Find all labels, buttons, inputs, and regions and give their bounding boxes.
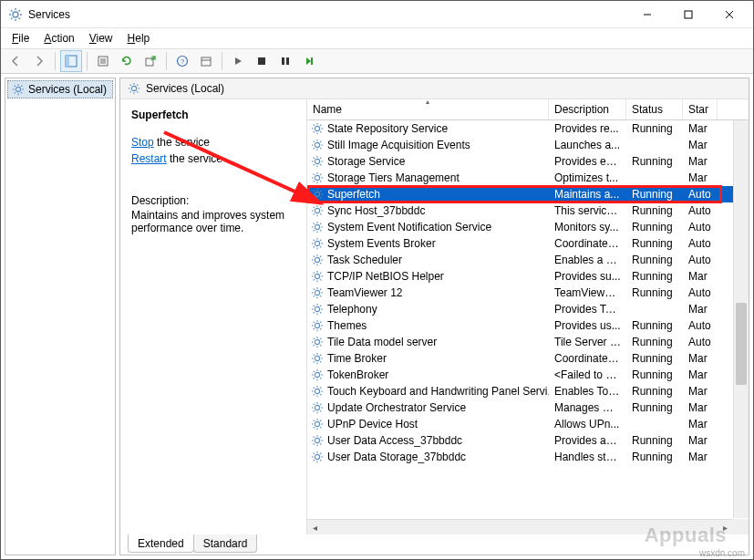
start-service-button[interactable] <box>227 50 249 72</box>
service-row[interactable]: TeamViewer 12TeamViewer...RunningAuto <box>307 285 749 301</box>
nav-back-button[interactable] <box>5 50 26 72</box>
service-name: Touch Keyboard and Handwriting Panel Ser… <box>327 385 549 398</box>
help-button[interactable]: ? <box>171 50 193 72</box>
column-status[interactable]: Status <box>626 99 683 119</box>
gear-icon <box>311 171 324 184</box>
menu-action[interactable]: Action <box>36 30 81 47</box>
svg-line-61 <box>314 141 315 142</box>
scrollbar-corner <box>733 519 749 534</box>
service-row[interactable]: System Events BrokerCoordinates...Runnin… <box>307 235 749 252</box>
pause-service-button[interactable] <box>274 50 296 72</box>
service-row[interactable]: System Event Notification ServiceMonitor… <box>307 219 749 235</box>
gear-icon <box>311 418 324 430</box>
service-name: Telephony <box>327 303 377 316</box>
service-name-cell: Still Image Acquisition Events <box>307 139 549 151</box>
service-row[interactable]: TCP/IP NetBIOS HelperProvides su...Runni… <box>307 268 749 285</box>
column-description[interactable]: Description <box>549 99 626 119</box>
service-name: Sync Host_37bbddc <box>327 204 425 217</box>
svg-line-127 <box>320 256 321 257</box>
menu-view[interactable]: View <box>82 30 120 47</box>
service-row[interactable]: Storage ServiceProvides en...RunningMar <box>307 153 749 170</box>
svg-point-92 <box>315 208 319 213</box>
service-row[interactable]: User Data Storage_37bbddcHandles sto...R… <box>307 449 749 465</box>
view-tabs: Extended Standard <box>120 534 749 555</box>
menu-help[interactable]: Help <box>120 30 158 47</box>
svg-text:?: ? <box>181 57 185 66</box>
service-startup-cell: Mar <box>683 139 718 151</box>
service-desc-cell: Provides Tel... <box>549 303 626 316</box>
minimize-button[interactable] <box>626 2 667 27</box>
refresh-button[interactable] <box>116 50 138 72</box>
svg-line-88 <box>314 191 315 192</box>
service-name-cell: Storage Tiers Management <box>307 171 549 184</box>
svg-line-224 <box>320 443 321 444</box>
service-status-cell: Running <box>626 434 683 447</box>
service-row[interactable]: ThemesProvides us...RunningAuto <box>307 317 749 334</box>
service-row[interactable]: TokenBroker<Failed to R...RunningMar <box>307 367 749 383</box>
service-row[interactable]: UPnP Device HostAllows UPn...Mar <box>307 416 749 432</box>
svg-line-144 <box>314 296 315 296</box>
vertical-scrollbar[interactable] <box>733 120 749 518</box>
column-name[interactable]: Name ▴ <box>307 99 549 119</box>
service-row[interactable]: Task SchedulerEnables a us...RunningAuto <box>307 252 749 268</box>
service-row[interactable]: Update Orchestrator ServiceManages W...R… <box>307 399 749 416</box>
service-desc-cell: Handles sto... <box>549 451 626 463</box>
tab-extended[interactable]: Extended <box>128 534 194 553</box>
service-row[interactable]: User Data Access_37bbddcProvides ap...Ru… <box>307 432 749 449</box>
svg-line-226 <box>320 437 321 438</box>
stop-service-link[interactable]: Stop <box>131 136 154 149</box>
service-row[interactable]: SuperfetchMaintains a...RunningAuto <box>307 186 749 202</box>
scroll-right-icon[interactable]: ▸ <box>718 523 733 533</box>
tree-root-node[interactable]: Services (Local) <box>7 80 113 99</box>
svg-point-38 <box>131 86 136 90</box>
tab-standard[interactable]: Standard <box>193 534 258 553</box>
stop-service-button[interactable] <box>251 50 273 72</box>
service-status-cell: Running <box>626 286 683 299</box>
nav-forward-button[interactable] <box>28 50 50 72</box>
service-name: State Repository Service <box>327 122 448 135</box>
service-row[interactable]: TelephonyProvides Tel...Mar <box>307 301 749 317</box>
properties-button[interactable] <box>92 50 114 72</box>
svg-line-55 <box>320 125 321 126</box>
gear-icon <box>311 319 324 332</box>
svg-line-188 <box>320 378 321 379</box>
column-startup[interactable]: Star <box>683 99 718 119</box>
service-row[interactable]: Storage Tiers ManagementOptimizes t...Ma… <box>307 170 749 186</box>
service-status-cell: Running <box>626 352 683 365</box>
restart-service-button[interactable] <box>298 50 320 72</box>
svg-point-182 <box>315 372 319 377</box>
svg-line-205 <box>314 404 315 405</box>
svg-line-118 <box>320 240 321 241</box>
svg-point-65 <box>315 159 319 163</box>
service-row[interactable]: Time BrokerCoordinates...RunningMar <box>307 350 749 367</box>
menu-file[interactable]: File <box>5 30 36 47</box>
service-row[interactable]: Still Image Acquisition EventsLaunches a… <box>307 137 749 153</box>
calendar-button[interactable] <box>195 50 217 72</box>
svg-line-223 <box>314 437 315 438</box>
svg-line-207 <box>314 410 315 411</box>
service-row[interactable]: Tile Data model serverTile Server f...Ru… <box>307 334 749 350</box>
maximize-button[interactable] <box>667 2 708 27</box>
service-startup-cell: Mar <box>683 368 718 381</box>
scroll-left-icon[interactable]: ◂ <box>307 523 323 533</box>
restart-service-link[interactable]: Restart <box>131 152 167 165</box>
service-row[interactable]: Sync Host_37bbddcThis service ...Running… <box>307 202 749 219</box>
horizontal-scrollbar[interactable]: ◂ ▸ <box>307 519 733 534</box>
service-desc-cell: Coordinates... <box>549 237 626 250</box>
close-button[interactable] <box>708 2 749 27</box>
gear-icon <box>311 270 324 283</box>
svg-line-91 <box>320 191 321 192</box>
menu-bar: File Action View Help <box>1 28 753 48</box>
service-startup-cell: Mar <box>683 270 718 283</box>
service-desc-cell: Maintains a... <box>549 188 626 201</box>
service-row[interactable]: Touch Keyboard and Handwriting Panel Ser… <box>307 383 749 399</box>
service-desc-cell: Manages W... <box>549 401 626 414</box>
svg-line-35 <box>21 92 22 93</box>
show-hide-tree-button[interactable] <box>60 50 82 72</box>
export-button[interactable] <box>139 50 161 72</box>
toolbar-separator <box>55 52 56 70</box>
service-row[interactable]: State Repository ServiceProvides re...Ru… <box>307 120 749 137</box>
svg-line-208 <box>320 404 321 405</box>
svg-point-56 <box>315 142 319 147</box>
scrollbar-thumb[interactable] <box>736 303 747 385</box>
